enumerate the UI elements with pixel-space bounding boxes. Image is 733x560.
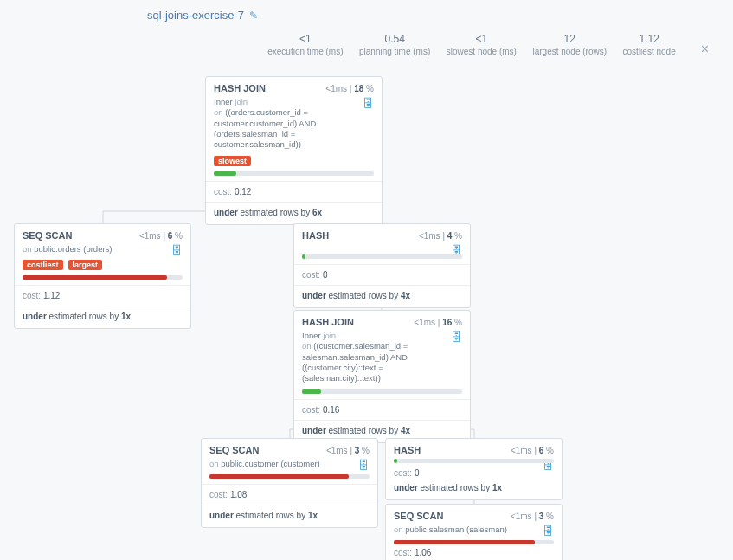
database-icon[interactable]: 🗄 (363, 97, 374, 110)
node-title: HASH (394, 445, 421, 455)
node-desc: Inner join on ((customer.salesman_id = s… (302, 331, 462, 384)
badge-largest: largest (68, 260, 103, 270)
node-title: SEQ SCAN (23, 230, 72, 241)
database-icon[interactable]: 🗄 (171, 244, 183, 257)
node-meta: <1ms | 3 % (511, 512, 554, 521)
node-est: under estimated rows by 6x (214, 208, 374, 217)
node-badges: costliest largest (23, 259, 183, 270)
node-bar (394, 459, 554, 463)
node-cost: cost: 1.12 (23, 291, 183, 300)
node-title: HASH JOIN (214, 83, 266, 93)
node-est: under estimated rows by 1x (209, 511, 370, 520)
node-bar (394, 540, 554, 544)
page-title: sql-joins-exercise-7 (147, 9, 244, 22)
node-bar (23, 275, 183, 280)
stats-bar: <1execution time (ms) 0.54planning time … (260, 33, 684, 56)
node-bar (302, 389, 462, 394)
node-cost: cost: 0 (394, 468, 554, 478)
node-desc: on public.orders (orders) (23, 244, 183, 254)
plan-node-seq-scan-customer[interactable]: SEQ SCAN <1ms | 3 % 🗄 on public.customer… (201, 438, 378, 528)
node-meta: <1ms | 18 % (325, 84, 374, 93)
node-meta: <1ms | 6 % (139, 231, 183, 241)
plan-node-seq-scan-orders[interactable]: SEQ SCAN <1ms | 6 % 🗄 on public.orders (… (14, 223, 191, 329)
node-title: SEQ SCAN (394, 511, 443, 521)
database-icon[interactable]: 🗄 (543, 525, 554, 537)
title-area: sql-joins-exercise-7 ✎ (147, 9, 258, 22)
badge-slowest: slowest (214, 156, 251, 166)
node-cost: cost: 1.06 (394, 548, 554, 557)
node-cost: cost: 1.08 (209, 490, 370, 499)
plan-node-hash-2[interactable]: HASH <1ms | 6 % 🗄 cost: 0 under estimate… (385, 438, 563, 500)
stat-slow: <1slowest node (ms) (447, 33, 517, 56)
node-bar (209, 474, 370, 479)
plan-node-hash-join-root[interactable]: HASH JOIN <1ms | 18 % 🗄 Inner join on ((… (205, 76, 383, 225)
node-est: under estimated rows by 4x (302, 291, 462, 300)
stat-large: 12largest node (rows) (532, 33, 607, 56)
plan-node-hash-join-inner[interactable]: HASH JOIN <1ms | 16 % 🗄 Inner join on ((… (293, 310, 471, 443)
node-bar (214, 171, 374, 176)
database-icon[interactable]: 🗄 (358, 459, 370, 472)
stat-cost: 1.12costliest node (623, 33, 676, 56)
node-badges: slowest (214, 155, 374, 166)
badge-costliest: costliest (23, 260, 63, 270)
node-cost: cost: 0.16 (302, 405, 462, 415)
database-icon[interactable]: 🗄 (451, 331, 462, 344)
node-cost: cost: 0.12 (214, 187, 374, 196)
close-icon[interactable]: × (701, 42, 709, 57)
plan-node-hash-1[interactable]: HASH <1ms | 4 % 🗄 cost: 0 under estimate… (293, 223, 471, 308)
node-desc: on public.customer (customer) (209, 459, 370, 469)
node-desc: on public.salesman (salesman) (394, 525, 554, 535)
node-desc: Inner join on ((orders.customer_id = cus… (214, 97, 374, 151)
node-bar (302, 254, 462, 259)
node-est: under estimated rows by 1x (394, 483, 554, 492)
node-est: under estimated rows by 1x (23, 312, 183, 321)
plan-node-seq-scan-salesman[interactable]: SEQ SCAN <1ms | 3 % 🗄 on public.salesman… (385, 504, 563, 560)
node-meta: <1ms | 6 % (511, 446, 554, 455)
node-title: SEQ SCAN (209, 445, 259, 455)
node-est: under estimated rows by 4x (302, 426, 462, 435)
node-title: HASH JOIN (302, 317, 354, 327)
node-title: HASH (302, 230, 329, 241)
node-cost: cost: 0 (302, 270, 462, 280)
node-meta: <1ms | 16 % (414, 318, 462, 327)
edit-icon[interactable]: ✎ (249, 10, 258, 22)
node-meta: <1ms | 3 % (326, 446, 370, 455)
stat-plan: 0.54planning time (ms) (359, 33, 430, 56)
node-meta: <1ms | 4 % (419, 231, 462, 241)
stat-exec: <1execution time (ms) (267, 33, 343, 56)
